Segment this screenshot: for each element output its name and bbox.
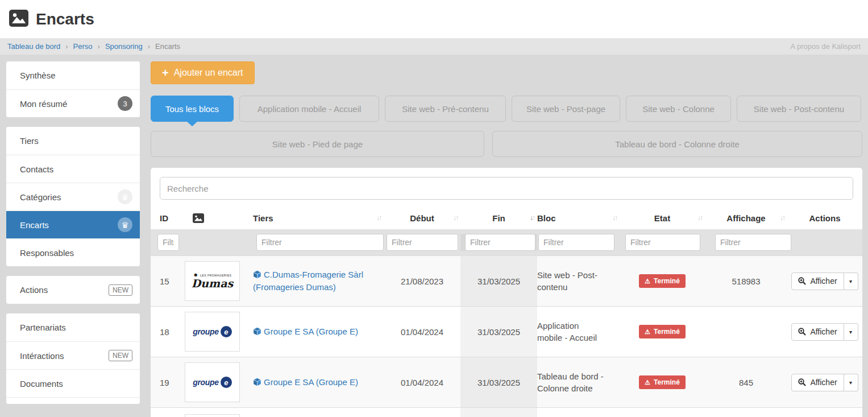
tab-site-web-colonne[interactable]: Site web - Colonne [626,96,731,122]
sidebar-item-documents[interactable]: Documents [6,369,140,397]
table-row: 15 ☻LES FROMAGERIES Dumas C.Dumas-Fromag… [151,255,862,306]
warning-icon: ⚠ [645,379,650,386]
column-header-affichage[interactable]: Affichage ↓↑ [705,207,787,229]
table-row-partial [151,407,862,417]
filter-input-affichage[interactable] [715,234,791,251]
filter-input-debut[interactable] [387,234,458,251]
sidebar-item-tiers[interactable]: Tiers [6,127,140,155]
cube-icon [253,378,261,386]
sidebar-panel-actions: Actions NEW [6,276,140,304]
sidebar-item-synthese[interactable]: Synthèse [6,61,140,89]
tab-tous-les-blocs[interactable]: Tous les blocs [151,96,234,122]
row-affichage [705,307,787,357]
actions-dropdown-button[interactable]: ▾ [844,374,858,391]
breadcrumb-perso[interactable]: Perso [73,42,93,51]
column-header-etat[interactable]: Etat ↓↑ [620,207,705,229]
row-debut: 01/04/2024 [384,307,460,357]
zoom-in-icon [798,378,806,386]
sidebar-item-partial[interactable] [6,397,140,404]
sort-icon-active[interactable]: ↓↑ [530,214,534,222]
row-affichage: 518983 [705,256,787,306]
warning-icon: ⚠ [645,329,650,335]
row-tiers-cell: Groupe E SA (Groupe E) [253,357,384,407]
tab-site-web-post-contenu[interactable]: Site web - Post-contenu [737,96,861,122]
add-encart-button[interactable]: + Ajouter un encart [151,61,255,84]
sidebar-item-responsables[interactable]: Responsables [6,238,140,266]
afficher-label: Afficher [810,378,837,387]
sort-icon[interactable]: ↓↑ [697,214,702,222]
table-filter-row [151,229,862,255]
afficher-button[interactable]: Afficher [791,323,844,341]
app-header: Encarts [0,0,868,38]
row-fin: 31/03/2025 [460,256,537,306]
about-kalisport-link[interactable]: A propos de Kalisport [790,42,861,51]
status-badge-termine: ⚠Terminé [639,274,686,288]
sort-icon[interactable]: ↓↑ [612,214,617,222]
row-actions-cell: Afficher ▾ [787,307,862,357]
sidebar-item-label: Tiers [20,136,39,146]
tiers-link[interactable]: Groupe E SA (Groupe E) [253,325,358,338]
row-id [151,408,185,417]
filter-input-id[interactable] [157,234,179,251]
breadcrumb-sponsoring[interactable]: Sponsoring [105,42,143,51]
filter-input-tiers[interactable] [256,234,384,251]
image-icon [193,213,204,223]
count-badge: 3 [118,96,132,111]
tiers-link[interactable]: Groupe E SA (Groupe E) [253,376,358,389]
plus-icon: + [162,67,169,79]
tab-site-web-post-page[interactable]: Site web - Post-page [512,96,620,122]
tab-site-web-pre-contenu[interactable]: Site web - Pré-contenu [385,96,506,122]
dumas-logo-text: Dumas [192,278,233,290]
tiers-link[interactable]: C.Dumas-Fromagerie Sàrl (Fromageries Dum… [253,269,378,294]
breadcrumb-dashboard[interactable]: Tableau de bord [7,42,60,51]
column-label: Affichage [726,213,765,223]
main-content: + Ajouter un encart Tous les blocs Appli… [151,61,862,417]
filter-input-etat[interactable] [625,234,700,251]
column-header-bloc[interactable]: Bloc ↓↑ [537,207,620,229]
breadcrumb: Tableau de bord › Perso › Sponsoring › E… [0,38,868,55]
row-logo-cell [185,408,253,417]
sidebar-item-label: Synthèse [20,71,56,80]
tab-tableau-de-bord-colonne-droite[interactable]: Tableau de bord - Colonne droite [492,131,862,157]
cube-icon [253,270,261,279]
tiers-name: C.Dumas-Fromagerie Sàrl (Fromageries Dum… [253,270,363,292]
row-etat-cell: ⚠Terminé [620,307,705,357]
sidebar-item-label: Responsables [20,248,74,258]
search-wrap [151,168,862,207]
tiers-name: Groupe E SA (Groupe E) [264,327,358,336]
column-label: Bloc [537,213,556,223]
sidebar-item-encarts[interactable]: Encarts ♛ [6,210,140,238]
filter-input-fin[interactable] [465,234,535,251]
sort-icon[interactable]: ↓↑ [376,214,381,222]
sidebar-item-contacts[interactable]: Contacts [6,155,140,183]
row-tiers-cell: Groupe E SA (Groupe E) [253,307,384,357]
sidebar-item-mon-resume[interactable]: Mon résumé 3 [6,89,140,117]
afficher-button[interactable]: Afficher [791,273,844,290]
row-bloc: Tableau de bord - Colonne droite [537,357,620,407]
groupe-logo-e: e [221,326,232,337]
search-input[interactable] [160,177,853,200]
status-label: Terminé [654,378,680,386]
sort-icon[interactable]: ↓↑ [453,214,458,222]
sort-icon[interactable]: ↓↑ [780,214,784,222]
sidebar-item-interactions[interactable]: Intéractions NEW [6,341,140,369]
sidebar-item-actions[interactable]: Actions NEW [6,276,140,304]
afficher-button[interactable]: Afficher [791,374,844,391]
tab-application-mobile-accueil[interactable]: Application mobile - Accueil [239,96,379,122]
warning-icon: ⚠ [645,278,650,284]
sidebar-item-categories[interactable]: Catégories ♛ [6,183,140,210]
column-header-debut[interactable]: Début ↓↑ [384,207,460,229]
actions-dropdown-button[interactable]: ▾ [844,273,858,290]
sidebar-item-partenariats[interactable]: Partenariats [6,313,140,341]
row-bloc: Site web - Post-contenu [537,256,620,306]
row-fin: 31/03/2025 [460,357,537,407]
status-badge-termine: ⚠Terminé [639,325,686,338]
filter-input-bloc[interactable] [538,234,614,251]
row-logo-cell: ☻LES FROMAGERIES Dumas [185,256,253,306]
tab-site-web-pied-de-page[interactable]: Site web - Pied de page [151,131,484,157]
column-header-fin[interactable]: Fin ↓↑ [460,207,537,229]
actions-dropdown-button[interactable]: ▾ [844,323,858,341]
row-etat-cell: ⚠Terminé [620,256,705,306]
dumas-logo: ☻LES FROMAGERIES Dumas [185,261,240,301]
column-header-tiers[interactable]: Tiers ↓↑ [253,207,384,229]
